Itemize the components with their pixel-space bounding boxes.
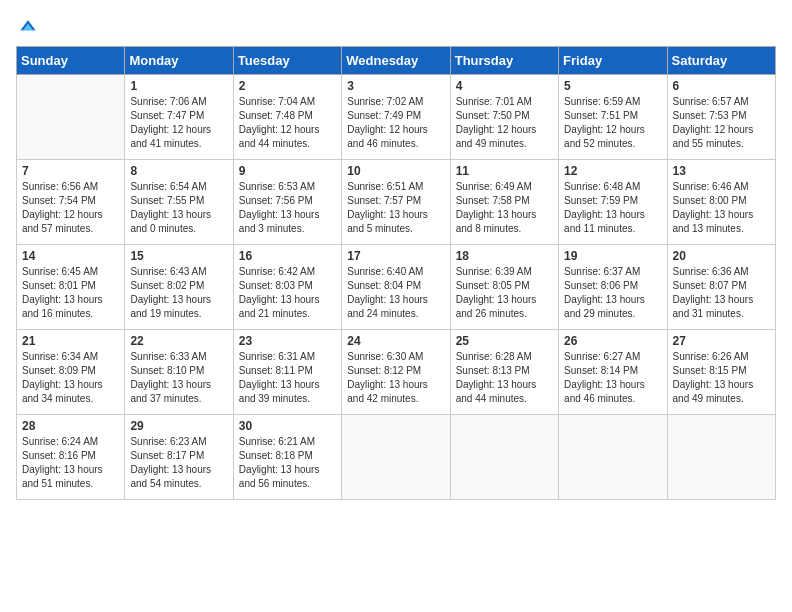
day-info: Sunrise: 6:37 AM Sunset: 8:06 PM Dayligh… xyxy=(564,265,661,321)
day-info: Sunrise: 6:43 AM Sunset: 8:02 PM Dayligh… xyxy=(130,265,227,321)
calendar-cell: 28Sunrise: 6:24 AM Sunset: 8:16 PM Dayli… xyxy=(17,415,125,500)
calendar-table: SundayMondayTuesdayWednesdayThursdayFrid… xyxy=(16,46,776,500)
calendar-cell: 4Sunrise: 7:01 AM Sunset: 7:50 PM Daylig… xyxy=(450,75,558,160)
calendar-week-row: 7Sunrise: 6:56 AM Sunset: 7:54 PM Daylig… xyxy=(17,160,776,245)
day-number: 18 xyxy=(456,249,553,263)
calendar-cell: 26Sunrise: 6:27 AM Sunset: 8:14 PM Dayli… xyxy=(559,330,667,415)
weekday-header-wednesday: Wednesday xyxy=(342,47,450,75)
day-number: 13 xyxy=(673,164,770,178)
calendar-cell: 12Sunrise: 6:48 AM Sunset: 7:59 PM Dayli… xyxy=(559,160,667,245)
calendar-cell xyxy=(450,415,558,500)
day-info: Sunrise: 6:21 AM Sunset: 8:18 PM Dayligh… xyxy=(239,435,336,491)
day-number: 12 xyxy=(564,164,661,178)
calendar-cell: 2Sunrise: 7:04 AM Sunset: 7:48 PM Daylig… xyxy=(233,75,341,160)
calendar-cell: 7Sunrise: 6:56 AM Sunset: 7:54 PM Daylig… xyxy=(17,160,125,245)
day-number: 6 xyxy=(673,79,770,93)
day-info: Sunrise: 6:57 AM Sunset: 7:53 PM Dayligh… xyxy=(673,95,770,151)
day-number: 17 xyxy=(347,249,444,263)
calendar-cell: 25Sunrise: 6:28 AM Sunset: 8:13 PM Dayli… xyxy=(450,330,558,415)
calendar-header-row: SundayMondayTuesdayWednesdayThursdayFrid… xyxy=(17,47,776,75)
calendar-cell: 8Sunrise: 6:54 AM Sunset: 7:55 PM Daylig… xyxy=(125,160,233,245)
day-number: 7 xyxy=(22,164,119,178)
calendar-cell: 29Sunrise: 6:23 AM Sunset: 8:17 PM Dayli… xyxy=(125,415,233,500)
day-number: 14 xyxy=(22,249,119,263)
calendar-cell: 17Sunrise: 6:40 AM Sunset: 8:04 PM Dayli… xyxy=(342,245,450,330)
day-number: 30 xyxy=(239,419,336,433)
weekday-header-friday: Friday xyxy=(559,47,667,75)
day-info: Sunrise: 7:01 AM Sunset: 7:50 PM Dayligh… xyxy=(456,95,553,151)
weekday-header-sunday: Sunday xyxy=(17,47,125,75)
day-number: 1 xyxy=(130,79,227,93)
day-number: 23 xyxy=(239,334,336,348)
day-info: Sunrise: 6:27 AM Sunset: 8:14 PM Dayligh… xyxy=(564,350,661,406)
calendar-cell: 22Sunrise: 6:33 AM Sunset: 8:10 PM Dayli… xyxy=(125,330,233,415)
page-header xyxy=(16,16,776,36)
calendar-week-row: 28Sunrise: 6:24 AM Sunset: 8:16 PM Dayli… xyxy=(17,415,776,500)
calendar-cell: 23Sunrise: 6:31 AM Sunset: 8:11 PM Dayli… xyxy=(233,330,341,415)
day-info: Sunrise: 6:36 AM Sunset: 8:07 PM Dayligh… xyxy=(673,265,770,321)
calendar-cell: 16Sunrise: 6:42 AM Sunset: 8:03 PM Dayli… xyxy=(233,245,341,330)
calendar-cell: 18Sunrise: 6:39 AM Sunset: 8:05 PM Dayli… xyxy=(450,245,558,330)
day-info: Sunrise: 7:04 AM Sunset: 7:48 PM Dayligh… xyxy=(239,95,336,151)
calendar-cell: 11Sunrise: 6:49 AM Sunset: 7:58 PM Dayli… xyxy=(450,160,558,245)
day-info: Sunrise: 6:30 AM Sunset: 8:12 PM Dayligh… xyxy=(347,350,444,406)
calendar-cell: 5Sunrise: 6:59 AM Sunset: 7:51 PM Daylig… xyxy=(559,75,667,160)
day-number: 21 xyxy=(22,334,119,348)
calendar-cell: 21Sunrise: 6:34 AM Sunset: 8:09 PM Dayli… xyxy=(17,330,125,415)
day-number: 2 xyxy=(239,79,336,93)
weekday-header-tuesday: Tuesday xyxy=(233,47,341,75)
day-number: 11 xyxy=(456,164,553,178)
calendar-week-row: 14Sunrise: 6:45 AM Sunset: 8:01 PM Dayli… xyxy=(17,245,776,330)
day-number: 27 xyxy=(673,334,770,348)
day-info: Sunrise: 6:24 AM Sunset: 8:16 PM Dayligh… xyxy=(22,435,119,491)
day-number: 25 xyxy=(456,334,553,348)
calendar-week-row: 1Sunrise: 7:06 AM Sunset: 7:47 PM Daylig… xyxy=(17,75,776,160)
weekday-header-thursday: Thursday xyxy=(450,47,558,75)
day-info: Sunrise: 6:59 AM Sunset: 7:51 PM Dayligh… xyxy=(564,95,661,151)
calendar-cell: 9Sunrise: 6:53 AM Sunset: 7:56 PM Daylig… xyxy=(233,160,341,245)
day-number: 8 xyxy=(130,164,227,178)
day-info: Sunrise: 6:53 AM Sunset: 7:56 PM Dayligh… xyxy=(239,180,336,236)
calendar-cell: 24Sunrise: 6:30 AM Sunset: 8:12 PM Dayli… xyxy=(342,330,450,415)
day-number: 16 xyxy=(239,249,336,263)
day-number: 24 xyxy=(347,334,444,348)
day-info: Sunrise: 6:46 AM Sunset: 8:00 PM Dayligh… xyxy=(673,180,770,236)
day-info: Sunrise: 6:31 AM Sunset: 8:11 PM Dayligh… xyxy=(239,350,336,406)
day-number: 9 xyxy=(239,164,336,178)
day-number: 3 xyxy=(347,79,444,93)
calendar-cell: 10Sunrise: 6:51 AM Sunset: 7:57 PM Dayli… xyxy=(342,160,450,245)
calendar-cell: 13Sunrise: 6:46 AM Sunset: 8:00 PM Dayli… xyxy=(667,160,775,245)
calendar-cell xyxy=(667,415,775,500)
day-info: Sunrise: 6:54 AM Sunset: 7:55 PM Dayligh… xyxy=(130,180,227,236)
calendar-cell: 27Sunrise: 6:26 AM Sunset: 8:15 PM Dayli… xyxy=(667,330,775,415)
day-number: 28 xyxy=(22,419,119,433)
calendar-cell: 3Sunrise: 7:02 AM Sunset: 7:49 PM Daylig… xyxy=(342,75,450,160)
day-number: 22 xyxy=(130,334,227,348)
weekday-header-monday: Monday xyxy=(125,47,233,75)
day-number: 26 xyxy=(564,334,661,348)
calendar-cell: 14Sunrise: 6:45 AM Sunset: 8:01 PM Dayli… xyxy=(17,245,125,330)
calendar-week-row: 21Sunrise: 6:34 AM Sunset: 8:09 PM Dayli… xyxy=(17,330,776,415)
day-info: Sunrise: 6:51 AM Sunset: 7:57 PM Dayligh… xyxy=(347,180,444,236)
day-number: 19 xyxy=(564,249,661,263)
day-number: 20 xyxy=(673,249,770,263)
day-info: Sunrise: 6:49 AM Sunset: 7:58 PM Dayligh… xyxy=(456,180,553,236)
day-info: Sunrise: 6:56 AM Sunset: 7:54 PM Dayligh… xyxy=(22,180,119,236)
calendar-cell xyxy=(559,415,667,500)
day-number: 29 xyxy=(130,419,227,433)
day-number: 5 xyxy=(564,79,661,93)
calendar-cell: 1Sunrise: 7:06 AM Sunset: 7:47 PM Daylig… xyxy=(125,75,233,160)
day-info: Sunrise: 6:34 AM Sunset: 8:09 PM Dayligh… xyxy=(22,350,119,406)
day-number: 10 xyxy=(347,164,444,178)
day-info: Sunrise: 6:23 AM Sunset: 8:17 PM Dayligh… xyxy=(130,435,227,491)
calendar-cell xyxy=(342,415,450,500)
day-info: Sunrise: 6:40 AM Sunset: 8:04 PM Dayligh… xyxy=(347,265,444,321)
day-number: 4 xyxy=(456,79,553,93)
day-info: Sunrise: 6:28 AM Sunset: 8:13 PM Dayligh… xyxy=(456,350,553,406)
calendar-cell xyxy=(17,75,125,160)
day-info: Sunrise: 6:39 AM Sunset: 8:05 PM Dayligh… xyxy=(456,265,553,321)
calendar-cell: 20Sunrise: 6:36 AM Sunset: 8:07 PM Dayli… xyxy=(667,245,775,330)
day-info: Sunrise: 6:33 AM Sunset: 8:10 PM Dayligh… xyxy=(130,350,227,406)
calendar-cell: 15Sunrise: 6:43 AM Sunset: 8:02 PM Dayli… xyxy=(125,245,233,330)
weekday-header-saturday: Saturday xyxy=(667,47,775,75)
